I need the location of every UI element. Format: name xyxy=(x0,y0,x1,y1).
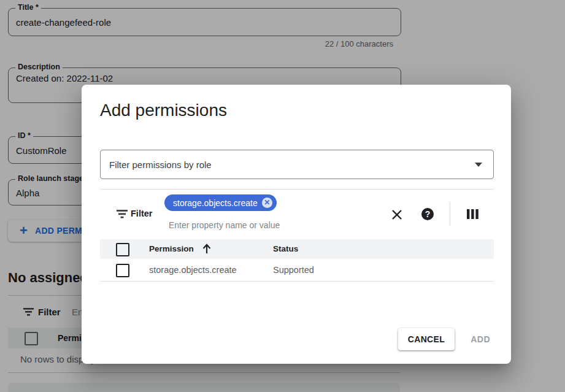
permission-column-header[interactable]: Permission xyxy=(149,239,194,259)
cancel-button[interactable]: CANCEL xyxy=(398,328,455,350)
modal-filter-label: Filter xyxy=(131,209,152,218)
add-permissions-dialog: Add permissions Filter permissions by ro… xyxy=(82,85,511,364)
chip-close-icon[interactable]: ✕ xyxy=(262,198,272,208)
role-filter-dropdown-value: Filter permissions by role xyxy=(109,159,212,170)
row-checkbox[interactable] xyxy=(116,264,129,277)
status-cell: Supported xyxy=(273,259,314,281)
permissions-table-header: Permission Status xyxy=(100,239,494,259)
add-button[interactable]: ADD xyxy=(466,328,495,350)
column-display-icon[interactable] xyxy=(467,209,479,219)
clear-filters-icon[interactable] xyxy=(391,209,403,221)
permission-cell: storage.objects.create xyxy=(149,259,237,281)
role-filter-dropdown[interactable]: Filter permissions by role xyxy=(100,150,494,179)
dialog-title: Add permissions xyxy=(100,101,227,120)
select-all-checkbox[interactable] xyxy=(116,243,129,256)
chevron-down-icon xyxy=(475,163,482,167)
table-row[interactable]: storage.objects.create Supported xyxy=(100,259,494,282)
status-column-header[interactable]: Status xyxy=(273,239,298,259)
filter-icon xyxy=(117,210,128,218)
help-icon[interactable]: ? xyxy=(421,208,434,220)
sort-ascending-icon[interactable] xyxy=(202,244,212,254)
modal-filter-input[interactable]: Enter property name or value xyxy=(169,220,280,230)
filter-chip-label: storage.objects.create xyxy=(173,198,258,208)
filter-chip[interactable]: storage.objects.create ✕ xyxy=(164,194,277,211)
page: Title * create-changefeed-role 22 / 100 … xyxy=(0,0,565,392)
divider xyxy=(450,202,450,226)
divider xyxy=(100,189,494,190)
